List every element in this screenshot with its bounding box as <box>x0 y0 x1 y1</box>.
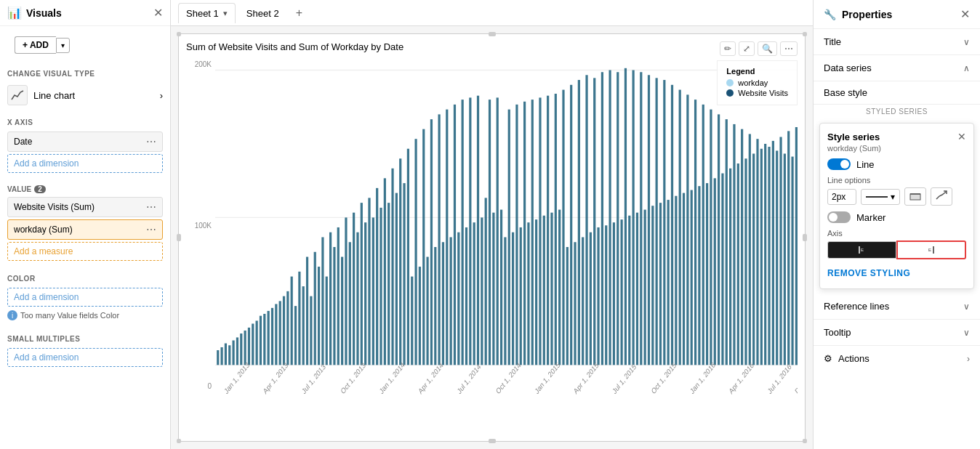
axis-left-button[interactable]: E <box>827 241 896 259</box>
svg-rect-135 <box>729 169 731 365</box>
marker-toggle-row: Marker <box>827 211 966 223</box>
legend-item-website-visits: Website Visits <box>726 89 788 97</box>
svg-rect-55 <box>419 267 421 365</box>
svg-rect-64 <box>454 105 456 365</box>
svg-rect-79 <box>512 232 514 365</box>
svg-rect-9 <box>240 333 242 365</box>
reference-lines-section[interactable]: Reference lines ∨ <box>814 294 980 320</box>
more-chart-button[interactable]: ⋯ <box>780 41 798 56</box>
website-visits-menu[interactable]: ⋯ <box>146 201 156 213</box>
chart-type-label: Line chart <box>33 90 75 101</box>
data-series-section[interactable]: Data series ∧ <box>814 55 980 81</box>
line-style-dropdown[interactable]: ▾ <box>861 189 900 205</box>
line-options-row: ▾ <box>827 187 966 206</box>
y-axis: 200K 100K 0 <box>186 60 215 434</box>
visuals-title-group: 📊 Visuals <box>7 6 62 20</box>
date-field-menu[interactable]: ⋯ <box>146 136 156 147</box>
title-section[interactable]: Title ∨ <box>814 29 980 55</box>
line-trend-button[interactable] <box>931 187 952 206</box>
resize-handle-br[interactable] <box>803 439 807 443</box>
svg-rect-5 <box>225 344 227 365</box>
sheet1-dropdown-icon[interactable]: ▾ <box>223 9 228 18</box>
expand-chart-button[interactable]: ⤢ <box>739 41 755 56</box>
svg-rect-43 <box>372 217 374 365</box>
svg-rect-125 <box>691 190 693 365</box>
resize-handle-bottom[interactable] <box>489 439 496 443</box>
tooltip-section[interactable]: Tooltip ∨ <box>814 320 980 346</box>
svg-rect-60 <box>438 114 441 365</box>
line-options-label: Line options <box>827 176 966 185</box>
close-properties-button[interactable]: ✕ <box>960 7 970 21</box>
svg-rect-62 <box>446 110 448 365</box>
svg-rect-144 <box>764 144 766 365</box>
website-visits-field[interactable]: Website Visits (Sum) ⋯ <box>7 197 163 217</box>
sheet1-label: Sheet 1 <box>186 8 219 19</box>
edit-chart-button[interactable]: ✏ <box>720 41 736 56</box>
svg-rect-17 <box>271 308 273 365</box>
svg-rect-117 <box>659 203 662 365</box>
svg-rect-6 <box>228 345 230 365</box>
svg-rect-100 <box>593 78 595 365</box>
workday-field[interactable]: workday (Sum) ⋯ <box>7 219 163 240</box>
add-button[interactable]: + ADD <box>15 36 56 54</box>
legend-title: Legend <box>726 67 788 76</box>
visual-type-row[interactable]: Line chart › <box>0 81 170 110</box>
small-multiples-add-dimension[interactable]: Add a dimension <box>7 348 163 367</box>
change-visual-type-section: CHANGE VISUAL TYPE Line chart › <box>0 64 170 110</box>
svg-rect-65 <box>457 232 459 365</box>
close-left-panel-button[interactable]: ✕ <box>153 6 163 20</box>
svg-rect-72 <box>485 198 487 365</box>
resize-handle-left[interactable] <box>177 234 181 241</box>
actions-section[interactable]: ⚙ Actions › <box>814 346 980 371</box>
svg-rect-67 <box>465 227 467 365</box>
svg-rect-29 <box>318 267 320 365</box>
axis-right-button[interactable]: E <box>896 240 967 259</box>
resize-handle-tr[interactable] <box>803 32 807 36</box>
line-fill-button[interactable] <box>904 187 926 206</box>
properties-heading: Properties <box>842 9 892 20</box>
marker-toggle[interactable] <box>827 211 851 223</box>
resize-handle-bl[interactable] <box>177 439 181 443</box>
svg-rect-143 <box>760 149 763 365</box>
sheet2-tab[interactable]: Sheet 2 <box>238 3 287 23</box>
date-field-pill[interactable]: Date ⋯ <box>7 132 163 152</box>
svg-rect-110 <box>632 70 635 365</box>
axis-row: E E <box>827 240 966 259</box>
svg-rect-28 <box>314 252 316 365</box>
svg-rect-54 <box>414 139 417 365</box>
add-measure-button[interactable]: Add a measure <box>7 242 163 261</box>
x-axis-add-dimension[interactable]: Add a dimension <box>7 154 163 173</box>
resize-handle-top[interactable] <box>489 32 496 36</box>
color-add-dimension[interactable]: Add a dimension <box>7 288 163 307</box>
sheet1-tab[interactable]: Sheet 1 ▾ <box>178 3 236 23</box>
workday-menu[interactable]: ⋯ <box>146 224 156 235</box>
svg-text:Jul 1, 2016: Jul 1, 2016 <box>766 362 792 395</box>
style-series-close-button[interactable]: ✕ <box>957 131 966 142</box>
svg-rect-150 <box>787 131 790 365</box>
add-dropdown-arrow[interactable]: ▾ <box>56 38 70 53</box>
svg-text:Jul 1, 2015: Jul 1, 2015 <box>611 362 637 395</box>
svg-rect-87 <box>543 216 545 365</box>
resize-handle-right[interactable] <box>803 234 807 241</box>
svg-rect-88 <box>547 96 549 365</box>
svg-rect-83 <box>527 222 529 365</box>
tabs-bar: Sheet 1 ▾ Sheet 2 + <box>171 0 813 26</box>
properties-header: 🔧 Properties ✕ <box>814 0 980 29</box>
info-chart-button[interactable]: 🔍 <box>758 41 777 56</box>
remove-styling-button[interactable]: REMOVE STYLING <box>827 265 910 281</box>
svg-rect-139 <box>744 158 747 365</box>
svg-rect-107 <box>620 219 622 365</box>
svg-rect-116 <box>656 78 658 365</box>
x-axis-section: X AXIS Date ⋯ Add a dimension <box>0 110 170 178</box>
svg-rect-39 <box>356 232 358 365</box>
svg-rect-121 <box>675 196 677 365</box>
svg-rect-46 <box>384 178 386 365</box>
resize-handle-tl[interactable] <box>177 32 181 36</box>
svg-rect-66 <box>462 100 464 365</box>
small-multiples-label: SMALL MULTIPLES <box>0 329 170 346</box>
add-sheet-button[interactable]: + <box>290 4 308 23</box>
line-toggle[interactable] <box>827 158 851 170</box>
svg-rect-49 <box>395 193 398 365</box>
legend-dot-website-visits <box>726 89 734 97</box>
line-px-input[interactable] <box>827 189 856 205</box>
